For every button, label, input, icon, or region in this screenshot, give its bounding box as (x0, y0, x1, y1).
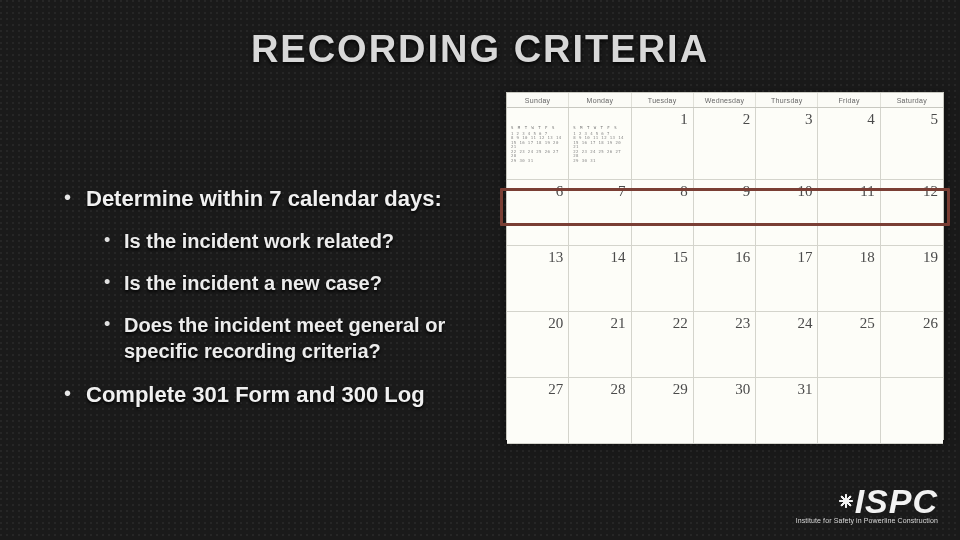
calendar-cell: 5 (881, 108, 943, 180)
slide: RECORDING CRITERIA Determine within 7 ca… (0, 0, 960, 540)
logo: ISPC Institute for Safety in Powerline C… (796, 488, 938, 524)
calendar-cell: S M T W T F S 1 2 3 4 5 6 7 8 9 10 11 12… (569, 108, 631, 180)
bullet-item-2: Complete 301 Form and 300 Log (64, 380, 494, 410)
calendar-cell: 25 (818, 312, 880, 378)
calendar-cell: 11 (818, 180, 880, 246)
calendar-cell: 6 (507, 180, 569, 246)
calendar-day-head: Friday (818, 93, 880, 107)
calendar-body: S M T W T F S 1 2 3 4 5 6 7 8 9 10 11 12… (507, 108, 943, 444)
calendar-cell: 7 (569, 180, 631, 246)
calendar-date-number: 22 (673, 315, 688, 332)
calendar-date-number: 10 (797, 183, 812, 200)
calendar-date-number: 8 (680, 183, 688, 200)
calendar-cell: 23 (694, 312, 756, 378)
calendar-cell: 12 (881, 180, 943, 246)
calendar-cell: 17 (756, 246, 818, 312)
bullet-item-1: Determine within 7 calendar days: Is the… (64, 184, 494, 364)
calendar-date-number: 7 (618, 183, 626, 200)
calendar-cell (818, 378, 880, 444)
calendar-cell: 18 (818, 246, 880, 312)
calendar-cell: 24 (756, 312, 818, 378)
calendar-date-number: 3 (805, 111, 813, 128)
calendar-date-number: 20 (548, 315, 563, 332)
calendar-cell: 16 (694, 246, 756, 312)
calendar-date-number: 21 (611, 315, 626, 332)
calendar-date-number: 13 (548, 249, 563, 266)
calendar-date-number: 27 (548, 381, 563, 398)
logo-subtitle: Institute for Safety in Powerline Constr… (796, 517, 938, 524)
spark-icon (839, 494, 853, 508)
calendar-day-head: Saturday (881, 93, 943, 107)
bullet-text: Complete 301 Form and 300 Log (86, 382, 425, 407)
calendar-cell: 27 (507, 378, 569, 444)
calendar-date-number: 15 (673, 249, 688, 266)
mini-month-preview: S M T W T F S 1 2 3 4 5 6 7 8 9 10 11 12… (573, 126, 625, 163)
calendar-date-number: 28 (611, 381, 626, 398)
calendar-cell: 3 (756, 108, 818, 180)
calendar-cell: 19 (881, 246, 943, 312)
calendar-day-head: Tuesday (632, 93, 694, 107)
calendar-cell: 28 (569, 378, 631, 444)
calendar-date-number: 6 (556, 183, 564, 200)
calendar-date-number: 11 (860, 183, 874, 200)
calendar-day-head: Monday (569, 93, 631, 107)
calendar-cell: 26 (881, 312, 943, 378)
calendar-cell: 30 (694, 378, 756, 444)
calendar-date-number: 19 (923, 249, 938, 266)
calendar-cell: 22 (632, 312, 694, 378)
calendar-cell: 14 (569, 246, 631, 312)
calendar-cell: 10 (756, 180, 818, 246)
calendar-date-number: 31 (797, 381, 812, 398)
sub-bullet-text: Does the incident meet general or specif… (124, 314, 445, 362)
calendar-date-number: 24 (797, 315, 812, 332)
sub-bullet-text: Is the incident a new case? (124, 272, 382, 294)
calendar-day-head: Wednesday (694, 93, 756, 107)
calendar-date-number: 17 (797, 249, 812, 266)
calendar-date-number: 5 (930, 111, 938, 128)
calendar-cell: 15 (632, 246, 694, 312)
calendar-cell: 20 (507, 312, 569, 378)
calendar-cell: 4 (818, 108, 880, 180)
calendar-date-number: 1 (680, 111, 688, 128)
calendar-header-row: Sunday Monday Tuesday Wednesday Thursday… (507, 93, 943, 108)
logo-main: ISPC (796, 488, 938, 515)
calendar-cell: 13 (507, 246, 569, 312)
calendar-cell: 8 (632, 180, 694, 246)
calendar-date-number: 26 (923, 315, 938, 332)
calendar-cell: 29 (632, 378, 694, 444)
calendar-image: Sunday Monday Tuesday Wednesday Thursday… (506, 92, 944, 440)
calendar-date-number: 9 (743, 183, 751, 200)
calendar-cell: 21 (569, 312, 631, 378)
calendar-cell: 31 (756, 378, 818, 444)
bullet-text: Determine within 7 calendar days: (86, 186, 442, 211)
calendar-date-number: 23 (735, 315, 750, 332)
slide-title: RECORDING CRITERIA (0, 28, 960, 71)
calendar-date-number: 30 (735, 381, 750, 398)
calendar-date-number: 2 (743, 111, 751, 128)
calendar-day-head: Thursday (756, 93, 818, 107)
mini-month-preview: S M T W T F S 1 2 3 4 5 6 7 8 9 10 11 12… (511, 126, 563, 163)
sub-bullet-text: Is the incident work related? (124, 230, 394, 252)
calendar-date-number: 18 (860, 249, 875, 266)
calendar-date-number: 12 (923, 183, 938, 200)
calendar-date-number: 25 (860, 315, 875, 332)
sub-bullet-2: Is the incident a new case? (104, 270, 494, 296)
sub-bullet-3: Does the incident meet general or specif… (104, 312, 494, 364)
calendar-cell: 9 (694, 180, 756, 246)
bullet-content: Determine within 7 calendar days: Is the… (64, 184, 494, 423)
calendar-date-number: 4 (867, 111, 875, 128)
sub-bullet-1: Is the incident work related? (104, 228, 494, 254)
calendar-cell: S M T W T F S 1 2 3 4 5 6 7 8 9 10 11 12… (507, 108, 569, 180)
calendar-date-number: 16 (735, 249, 750, 266)
calendar-date-number: 14 (611, 249, 626, 266)
calendar-date-number: 29 (673, 381, 688, 398)
calendar-cell: 1 (632, 108, 694, 180)
calendar-cell (881, 378, 943, 444)
calendar-day-head: Sunday (507, 93, 569, 107)
calendar-cell: 2 (694, 108, 756, 180)
logo-text: ISPC (855, 488, 938, 515)
